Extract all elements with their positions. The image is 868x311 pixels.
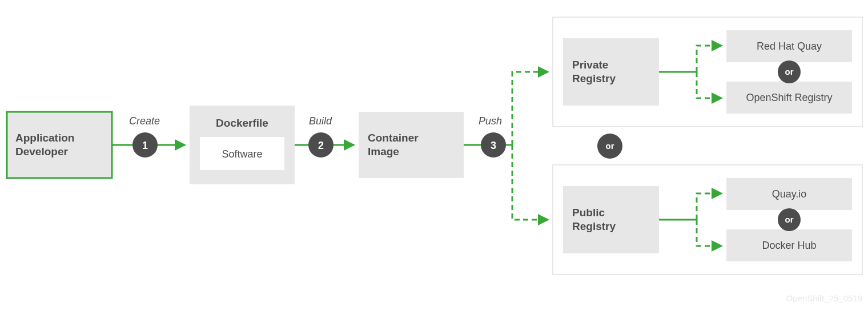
node-label: Application	[15, 132, 74, 144]
node-public-registry: Public Registry	[563, 186, 659, 253]
svg-text:Docker Hub: Docker Hub	[762, 240, 816, 251]
step-number: 2	[318, 140, 324, 151]
step-2-build: Build 2	[295, 115, 354, 157]
svg-text:or: or	[606, 141, 614, 151]
node-label: Image	[368, 146, 399, 157]
svg-text:Red Hat Quay: Red Hat Quay	[757, 41, 822, 52]
node-label: Container	[368, 132, 419, 144]
svg-text:Registry: Registry	[572, 72, 616, 84]
step-number: 1	[142, 140, 148, 151]
step-label: Build	[309, 115, 332, 127]
push-split	[512, 72, 548, 220]
node-container-image: Container Image	[359, 112, 464, 178]
node-private-registry: Private Registry	[563, 38, 659, 106]
or-badge-private: or	[778, 60, 801, 83]
svg-text:Public: Public	[572, 207, 605, 219]
node-quay-io: Quay.io	[726, 178, 852, 210]
step-1-create: Create 1	[112, 115, 185, 157]
step-number: 3	[491, 140, 496, 151]
svg-rect-8	[563, 38, 659, 106]
svg-rect-0	[7, 112, 112, 178]
private-registry-split	[659, 46, 722, 98]
public-registry-split	[659, 193, 722, 246]
node-docker-hub: Docker Hub	[726, 229, 852, 261]
svg-rect-18	[563, 186, 659, 253]
node-redhat-quay: Red Hat Quay	[726, 30, 852, 62]
or-badge-public: or	[778, 208, 801, 231]
node-dockerfile: Dockerfile Software	[190, 106, 295, 184]
svg-rect-4	[359, 112, 464, 178]
step-label: Push	[479, 115, 502, 127]
svg-text:or: or	[785, 67, 794, 76]
node-application-developer: Application Developer	[7, 112, 112, 178]
svg-text:Registry: Registry	[572, 220, 616, 232]
step-label: Create	[129, 115, 160, 127]
node-openshift-registry: OpenShift Registry	[726, 82, 852, 114]
or-badge-registries: or	[597, 134, 622, 159]
svg-text:OpenShift Registry: OpenShift Registry	[746, 92, 832, 103]
svg-text:or: or	[785, 215, 794, 224]
software-label: Software	[222, 148, 262, 160]
footer-text: OpenShift_25_0519	[786, 293, 862, 303]
node-label: Dockerfile	[216, 117, 268, 129]
svg-text:Quay.io: Quay.io	[772, 188, 807, 200]
step-3-push: Push 3	[464, 115, 512, 157]
svg-text:Private: Private	[572, 59, 608, 71]
node-label: Developer	[15, 146, 68, 157]
diagram: Application Developer Create 1 Dockerfil…	[0, 0, 868, 311]
